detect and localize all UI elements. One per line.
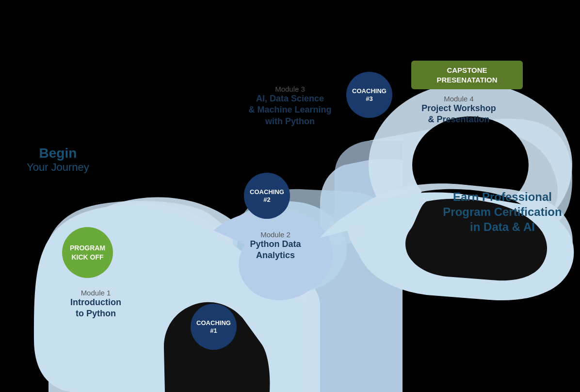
capstone-box: CAPSTONE PRESENATATION — [411, 61, 523, 89]
module4-label: Module 4 Project Workshop & Presentation — [405, 95, 512, 126]
module2-label: Module 2 Python Data Analytics — [227, 230, 324, 261]
module1-label: Module 1 Introduction to Python — [70, 289, 121, 320]
kickoff-circle: PROGRAM KICK OFF — [62, 227, 113, 278]
journey-text: Your Journey — [27, 161, 89, 173]
module3-label: Module 3 AI, Data Science & Machine Lear… — [237, 85, 343, 127]
begin-text: Begin — [27, 146, 89, 161]
earn-text: Earn Professional Program Certification … — [439, 189, 565, 235]
begin-label: Begin Your Journey — [27, 146, 89, 174]
earn-label: Earn Professional Program Certification … — [439, 189, 565, 235]
coaching2-circle: COACHING #2 — [244, 173, 290, 219]
coaching1-circle: COACHING #1 — [191, 304, 237, 350]
coaching3-circle: COACHING #3 — [346, 72, 392, 118]
diagram-container: Begin Your Journey Earn Professional Pro… — [0, 0, 580, 392]
